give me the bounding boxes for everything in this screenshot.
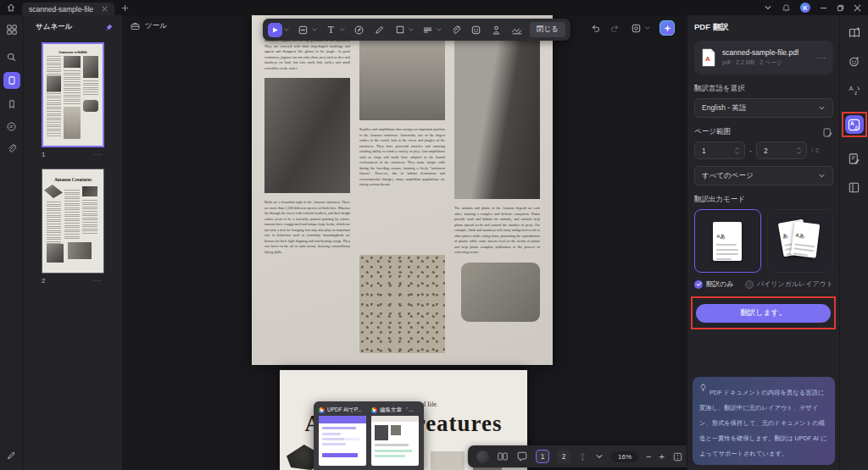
text-tool[interactable]: T — [324, 23, 346, 37]
tab-close-icon[interactable] — [102, 6, 108, 12]
radio-translation-only[interactable]: 翻訳のみ — [694, 279, 737, 289]
window-preview-2-title: 編集文章 「... — [380, 406, 419, 414]
page-from-value: 1 — [702, 147, 706, 155]
markup-lines-tool[interactable] — [420, 23, 442, 37]
minimize-icon[interactable] — [820, 4, 827, 12]
radio-checked-icon — [694, 280, 703, 289]
thumbnails-panel-icon[interactable] — [3, 72, 20, 89]
fit-screen-icon[interactable] — [672, 451, 683, 462]
pdf-page-1[interactable]: leaves. Their slow metabolism and unique… — [252, 15, 553, 365]
thumb2-more-icon[interactable]: ··· — [93, 277, 103, 285]
ai-sticker-icon[interactable] — [847, 54, 861, 69]
book-plus-icon[interactable] — [847, 25, 861, 40]
translate-info-text: PDF ドキュメントの内容を異なる言語に変換し、翻訳中に元のレイアウト、デザイン… — [699, 389, 826, 457]
two-page-view-icon[interactable] — [497, 451, 509, 462]
thumb1-more-icon[interactable]: ··· — [93, 151, 103, 158]
new-tab-icon[interactable] — [121, 4, 129, 12]
pan-tool-icon[interactable] — [476, 451, 489, 463]
thumb2-page-number: 2 — [42, 277, 45, 285]
pdf-translate-icon[interactable]: Aあ — [845, 115, 864, 134]
translate-button[interactable]: 翻訳します。 — [696, 304, 831, 323]
comments-icon[interactable] — [5, 119, 19, 133]
restore-icon[interactable] — [837, 4, 844, 12]
zoom-level[interactable]: 16% — [611, 451, 638, 462]
giraffe-photo — [359, 255, 445, 353]
page2-text-block — [431, 451, 465, 470]
attachment-paperclip-icon[interactable] — [5, 141, 19, 155]
undo-icon[interactable] — [590, 23, 601, 34]
notification-bell-icon[interactable] — [782, 3, 791, 13]
page-to-stepper[interactable] — [796, 147, 802, 155]
language-select[interactable]: English - 英語 — [694, 98, 833, 118]
window-preview-1[interactable]: UPDF AIでP... — [319, 406, 366, 466]
chrome-icon — [371, 407, 377, 413]
doc-edit-icon[interactable] — [847, 152, 861, 166]
window-preview-2[interactable]: 編集文章 「... — [371, 406, 419, 466]
page-scope-select[interactable]: すべてのページ — [694, 166, 833, 185]
page-total: / 2 — [811, 147, 819, 154]
page-from-stepper[interactable] — [734, 147, 740, 155]
zoom-in-icon[interactable]: + — [659, 451, 664, 462]
screen-record-tool[interactable] — [629, 21, 651, 36]
tools-button[interactable]: ツール — [130, 20, 167, 31]
pen-tool[interactable] — [372, 23, 387, 37]
comment-bubble-icon[interactable] — [516, 451, 528, 462]
owl-photo — [359, 27, 445, 120]
bookmark-icon[interactable] — [5, 97, 19, 111]
svg-text:z: z — [854, 90, 857, 96]
page-scope-value: すべてのページ — [702, 171, 754, 181]
titlebar-chevron-icon[interactable] — [764, 3, 772, 12]
highlight-tool[interactable] — [296, 23, 318, 37]
language-select-value: English - 英語 — [702, 103, 746, 113]
page-thumbnail-2[interactable]: Amazon Creatures 2 ··· — [42, 169, 104, 285]
doc-glyph: Aあ — [716, 234, 725, 239]
translate-az-icon[interactable]: Az — [847, 83, 861, 97]
pin-icon[interactable] — [104, 23, 114, 32]
red-annotation-box-rail: Aあ — [842, 112, 867, 137]
comment-pencil-tool[interactable] — [352, 23, 366, 37]
search-icon[interactable] — [5, 50, 19, 64]
signature-tool[interactable] — [509, 23, 524, 37]
page-to-input[interactable]: 2 — [756, 141, 807, 159]
page-navigation-bar: 1 2 16% − + — [468, 445, 687, 467]
attach-file-tool[interactable] — [448, 23, 463, 37]
thumbnails-panel: サムネール Amazon wildlife 1 ··· — [24, 15, 123, 470]
stamp-tool[interactable] — [489, 23, 504, 37]
close-window-icon[interactable] — [854, 4, 861, 12]
document-viewer: leaves. Their slow metabolism and unique… — [123, 15, 687, 470]
page-layout-icon[interactable] — [847, 180, 861, 195]
close-annotation-toolbar-button[interactable]: 閉じる — [530, 22, 565, 37]
updf-ai-button[interactable] — [659, 20, 675, 36]
mode-card-bilingual[interactable]: あ Aあ — [767, 209, 834, 273]
zoom-out-icon[interactable]: − — [646, 451, 651, 462]
page-button-1[interactable]: 1 — [536, 450, 549, 463]
file-card[interactable]: A scanned-sample-file.pdf pdf · 2.2 MB ·… — [694, 41, 833, 75]
mode-card-translation-only[interactable]: Aあ — [694, 209, 761, 273]
page-from-input[interactable]: 1 — [694, 141, 745, 159]
select-tool[interactable] — [268, 23, 290, 37]
shapes-tool[interactable] — [392, 23, 415, 37]
tools-button-label: ツール — [145, 21, 167, 31]
thumb1-heading: Amazon wildlife — [43, 50, 103, 54]
radio-translation-only-label: 翻訳のみ — [706, 279, 733, 289]
file-more-icon[interactable]: ··· — [816, 53, 826, 62]
redo-icon[interactable] — [609, 23, 620, 34]
history-toolbar — [590, 20, 675, 36]
scroll-mode-icon[interactable] — [578, 452, 587, 462]
signature-pen-icon[interactable] — [5, 448, 19, 462]
document-tab[interactable]: scanned-sample-file — [22, 3, 114, 15]
page-thumbnail-1[interactable]: Amazon wildlife 1 ··· — [42, 42, 104, 158]
page-select-icon[interactable] — [822, 127, 833, 138]
frog-photo — [454, 27, 540, 199]
annotation-toolbar: T — [263, 19, 570, 41]
user-avatar[interactable]: K — [800, 3, 810, 13]
home-icon[interactable] — [0, 3, 22, 13]
titlebar: scanned-sample-file K — [0, 0, 868, 15]
translate-info-box: PDF ドキュメントの内容を異なる言語に変換し、翻訳中に元のレイアウト、デザイン… — [693, 377, 835, 465]
sticker-tool[interactable] — [469, 23, 483, 37]
radio-bilingual[interactable]: バイリンガルレイアウト — [745, 279, 833, 289]
page-button-2[interactable]: 2 — [557, 450, 570, 463]
thumbnails-panel-title: サムネール — [36, 22, 72, 32]
apps-grid-icon[interactable] — [5, 23, 19, 36]
view-options-chevron-icon[interactable] — [595, 452, 604, 461]
